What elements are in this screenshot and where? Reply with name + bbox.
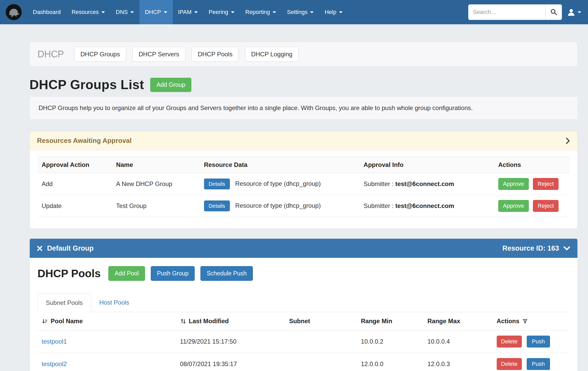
caret-down-icon xyxy=(194,11,198,13)
resource-id-toggle[interactable]: Resource ID: 163 xyxy=(502,244,570,252)
col-approval-action: Approval Action xyxy=(37,157,112,173)
range-max-cell: 12.0.0.3 xyxy=(423,353,493,371)
nav-item-dns[interactable]: DNS xyxy=(110,0,139,24)
last-modified-cell: 11/29/2021 15:17:50 xyxy=(176,330,285,353)
mammoth-logo-icon xyxy=(5,4,22,21)
nav-label: Resources xyxy=(72,9,99,16)
nav-label: IPAM xyxy=(178,9,192,16)
nav-label: Help xyxy=(325,9,336,16)
sort-up-down-icon[interactable] xyxy=(180,318,186,324)
col-actions: Actions xyxy=(494,157,570,173)
approve-button[interactable]: Approve xyxy=(498,178,529,190)
add-pool-button[interactable]: Add Pool xyxy=(108,266,145,281)
approval-panel-body: Approval Action Name Resource Data Appro… xyxy=(30,150,577,228)
nav-item-dhcp[interactable]: DHCP xyxy=(139,0,172,24)
caret-down-icon xyxy=(339,11,343,13)
nav-label: Reporting xyxy=(245,9,270,16)
main-nav: Dashboard Resources DNS DHCP IPAM Peerin… xyxy=(27,0,348,24)
caret-down-icon xyxy=(101,11,105,13)
pools-header: DHCP Pools Add Pool Push Group Schedule … xyxy=(37,266,570,281)
nav-item-dashboard[interactable]: Dashboard xyxy=(27,0,66,24)
range-min-cell: 12.0.0.0 xyxy=(357,353,423,371)
approval-info-cell: Submitter : test@6connect.com xyxy=(359,195,494,217)
pool-name-cell: testpool2 xyxy=(37,353,176,371)
caret-down-icon xyxy=(164,11,167,13)
nav-item-settings[interactable]: Settings xyxy=(282,0,319,24)
pool-link[interactable]: testpool1 xyxy=(42,338,67,345)
caret-down-icon xyxy=(231,11,235,13)
schedule-push-button[interactable]: Schedule Push xyxy=(200,266,253,281)
search-button[interactable] xyxy=(545,4,562,20)
col-resource-data: Resource Data xyxy=(200,157,359,173)
nav-item-help[interactable]: Help xyxy=(319,0,348,24)
dhcp-servers-button[interactable]: DHCP Servers xyxy=(132,47,185,62)
col-pool-name[interactable]: Pool Name xyxy=(37,312,176,330)
subnav-title: DHCP xyxy=(37,49,64,60)
search-input[interactable] xyxy=(468,4,545,20)
col-name: Name xyxy=(112,157,200,173)
approval-action-cell: Add xyxy=(37,173,112,195)
push-button[interactable]: Push xyxy=(527,358,550,370)
push-button[interactable]: Push xyxy=(527,336,550,347)
caret-down-icon xyxy=(130,11,134,13)
nav-item-peering[interactable]: Peering xyxy=(203,0,240,24)
pool-row: testpool2 08/07/2021 19:35:17 12.0.0.0 1… xyxy=(37,353,570,371)
submitter-label: Submitter : xyxy=(364,202,394,209)
last-modified-cell: 08/07/2021 19:35:17 xyxy=(176,353,285,371)
nav-label: DHCP xyxy=(145,9,161,16)
approval-panel-title: Resources Awaiting Approval xyxy=(37,137,132,145)
col-approval-info: Approval Info xyxy=(359,157,494,173)
approval-row: Update Test Group Details Resource of ty… xyxy=(37,195,570,217)
approval-name-cell: A New DHCP Group xyxy=(112,173,200,195)
pool-actions-cell: Delete Push xyxy=(493,353,570,371)
reject-button[interactable]: Reject xyxy=(533,200,558,212)
nav-label: Peering xyxy=(209,9,228,16)
approval-actions-cell: Approve Reject xyxy=(494,173,570,195)
tab-host-pools[interactable]: Host Pools xyxy=(91,293,138,312)
chevron-down-icon xyxy=(563,246,570,251)
approval-actions-cell: Approve Reject xyxy=(494,195,570,217)
col-range-min: Range Min xyxy=(357,312,423,330)
col-pool-actions: Actions xyxy=(493,312,570,330)
resource-type-text: Resource of type (dhcp_group) xyxy=(235,202,321,209)
chevron-right-icon[interactable] xyxy=(566,137,570,144)
caret-down-icon xyxy=(273,11,276,13)
nav-item-ipam[interactable]: IPAM xyxy=(173,0,203,24)
close-icon[interactable] xyxy=(37,245,43,251)
dhcp-logging-button[interactable]: DHCP Logging xyxy=(245,47,299,62)
col-range-max: Range Max xyxy=(423,312,493,330)
approve-button[interactable]: Approve xyxy=(498,200,529,212)
pool-link[interactable]: testpool2 xyxy=(42,360,67,367)
dhcp-pools-button[interactable]: DHCP Pools xyxy=(192,47,239,62)
page-title-row: DHCP Groups List Add Group xyxy=(29,77,578,92)
details-button[interactable]: Details xyxy=(204,179,230,189)
resource-type-text: Resource of type (dhcp_group) xyxy=(235,180,321,187)
range-max-cell: 10.0.0.4 xyxy=(423,330,493,353)
brand-logo[interactable] xyxy=(0,0,27,24)
approval-action-cell: Update xyxy=(37,195,112,217)
pools-table: Pool Name xyxy=(37,312,570,371)
resource-id-label: Resource ID: 163 xyxy=(502,244,559,252)
approval-panel-heading[interactable]: Resources Awaiting Approval xyxy=(30,131,577,150)
group-title-wrap: Default Group xyxy=(37,244,94,252)
dhcp-groups-button[interactable]: DHCP Groups xyxy=(74,47,126,62)
submitter-email: test@6connect.com xyxy=(395,180,454,187)
sort-amount-asc-icon[interactable] xyxy=(42,318,48,324)
col-subnet: Subnet xyxy=(285,312,357,330)
tab-subnet-pools[interactable]: Subnet Pools xyxy=(37,293,91,312)
approval-table: Approval Action Name Resource Data Appro… xyxy=(37,157,570,217)
user-menu[interactable] xyxy=(567,8,581,16)
nav-label: Settings xyxy=(287,9,308,16)
nav-item-reporting[interactable]: Reporting xyxy=(240,0,282,24)
reject-button[interactable]: Reject xyxy=(533,178,558,190)
nav-label: DNS xyxy=(116,9,128,16)
nav-item-resources[interactable]: Resources xyxy=(66,0,110,24)
delete-button[interactable]: Delete xyxy=(497,358,522,370)
push-group-button[interactable]: Push Group xyxy=(151,266,195,281)
pools-tabs: Subnet Pools Host Pools xyxy=(37,293,570,312)
add-group-button[interactable]: Add Group xyxy=(150,78,191,92)
col-last-modified[interactable]: Last Modified xyxy=(176,312,285,330)
delete-button[interactable]: Delete xyxy=(497,336,522,347)
details-button[interactable]: Details xyxy=(204,200,230,211)
filter-funnel-icon[interactable] xyxy=(522,318,528,324)
